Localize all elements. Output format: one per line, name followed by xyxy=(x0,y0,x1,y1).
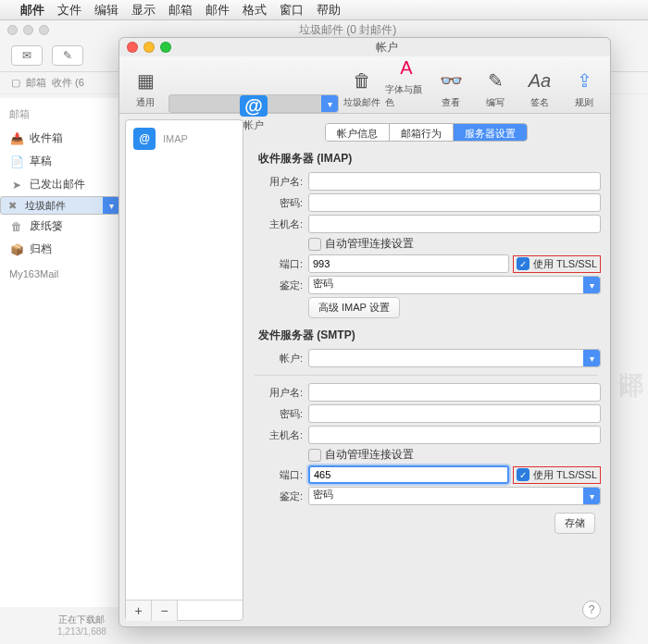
out-auth-select[interactable]: 密码 xyxy=(308,487,601,505)
minimize-icon[interactable] xyxy=(143,42,155,53)
out-user-label: 用户名: xyxy=(251,386,303,400)
compose-button[interactable]: ✎ xyxy=(52,45,83,66)
tab-label: 字体与颜色 xyxy=(385,83,428,109)
tab-rules[interactable]: ⇪规则 xyxy=(563,63,605,113)
outgoing-title: 发件服务器 (SMTP) xyxy=(258,328,601,343)
sidebar-item-trash[interactable]: 🗑废纸篓 xyxy=(0,215,120,238)
sidebar-account[interactable]: My163Mail xyxy=(0,261,120,281)
sidebar-item-junk[interactable]: ✖垃圾邮件 xyxy=(0,196,120,215)
traffic-lights xyxy=(127,42,171,53)
in-auth-label: 鉴定: xyxy=(251,279,303,292)
out-auto-label: 自动管理连接设置 xyxy=(325,447,414,463)
out-tls-label: 使用 TLS/SSL xyxy=(533,468,597,482)
menubar: 邮件 文件 编辑 显示 邮箱 邮件 格式 窗口 帮助 xyxy=(0,0,648,20)
tab-fonts[interactable]: A字体与颜色 xyxy=(385,50,428,113)
menu-message[interactable]: 邮件 xyxy=(206,2,230,19)
get-mail-button[interactable]: ✉ xyxy=(11,45,43,66)
mailbox-sidebar: 邮箱 📥收件箱 📄草稿 ➤已发出邮件 ✖垃圾邮件 🗑废纸篓 📦归档 My163M… xyxy=(0,98,120,607)
junk-tab-icon: 🗑 xyxy=(348,67,376,94)
menu-view[interactable]: 显示 xyxy=(131,2,156,19)
in-auto-checkbox[interactable] xyxy=(308,238,321,251)
add-account-button[interactable]: + xyxy=(126,601,152,621)
menu-help[interactable]: 帮助 xyxy=(317,2,341,19)
incoming-title: 收件服务器 (IMAP) xyxy=(258,151,601,167)
viewing-icon: 👓 xyxy=(437,67,465,94)
preferences-window: 帐户 ▦通用 @帐户 🗑垃圾邮件 A字体与颜色 👓查看 ✎编写 Aa签名 ⇪规则… xyxy=(118,37,611,627)
seg-server-settings[interactable]: 服务器设置 xyxy=(454,124,527,141)
tab-label: 规则 xyxy=(575,96,593,109)
out-acct-select[interactable] xyxy=(308,349,601,367)
zoom-icon[interactable] xyxy=(160,42,171,53)
sidebar-label: 草稿 xyxy=(30,154,52,169)
account-list: @ IMAP + − xyxy=(125,119,243,621)
sidebar-item-inbox[interactable]: 📥收件箱 xyxy=(0,127,120,150)
sidebar-label: 归档 xyxy=(30,242,52,257)
tab-label: 垃圾邮件 xyxy=(343,96,380,109)
advanced-imap-button[interactable]: 高级 IMAP 设置 xyxy=(308,297,400,318)
account-item-imap[interactable]: @ IMAP xyxy=(126,120,243,157)
tab-label: 编写 xyxy=(486,96,505,109)
crumb-inbox[interactable]: 邮箱 xyxy=(26,76,46,90)
sidebar-label: 垃圾邮件 xyxy=(25,199,66,213)
menu-window[interactable]: 窗口 xyxy=(280,2,304,19)
sidebar-item-drafts[interactable]: 📄草稿 xyxy=(0,150,120,173)
out-auth-label: 鉴定: xyxy=(251,489,303,503)
seg-account-info[interactable]: 帐户信息 xyxy=(326,124,390,141)
in-port-input[interactable] xyxy=(308,254,509,273)
tab-viewing[interactable]: 👓查看 xyxy=(430,63,472,113)
out-tls-highlight: 使用 TLS/SSL xyxy=(513,466,601,484)
in-pass-input[interactable] xyxy=(308,193,601,212)
in-user-label: 用户名: xyxy=(251,175,303,189)
close-icon[interactable] xyxy=(127,42,138,53)
out-port-input[interactable] xyxy=(308,465,509,484)
rules-icon: ⇪ xyxy=(570,67,598,94)
menu-mailbox[interactable]: 邮箱 xyxy=(168,2,193,19)
in-tls-highlight: 使用 TLS/SSL xyxy=(513,255,601,273)
out-auto-checkbox[interactable] xyxy=(308,449,321,462)
remove-account-button[interactable]: − xyxy=(152,601,178,621)
out-host-label: 主机名: xyxy=(251,428,303,442)
sidebar-item-archive[interactable]: 📦归档 xyxy=(0,238,120,261)
settings-panel: 帐户信息 邮箱行为 服务器设置 收件服务器 (IMAP) 用户名: 密码: 主机… xyxy=(249,114,610,626)
drafts-icon: 📄 xyxy=(9,155,24,168)
junk-icon: ✖ xyxy=(5,199,19,212)
save-button[interactable]: 存储 xyxy=(555,513,595,534)
pref-toolbar: ▦通用 @帐户 🗑垃圾邮件 A字体与颜色 👓查看 ✎编写 Aa签名 ⇪规则 xyxy=(119,56,610,114)
tab-label: 签名 xyxy=(530,96,549,109)
divider xyxy=(255,375,597,376)
tab-signatures[interactable]: Aa签名 xyxy=(518,63,561,113)
menu-format[interactable]: 格式 xyxy=(243,2,267,19)
in-user-input[interactable] xyxy=(308,172,601,191)
crumb-recv[interactable]: 收件 (6 xyxy=(52,76,84,90)
signature-icon: Aa xyxy=(526,67,554,94)
in-tls-checkbox[interactable] xyxy=(517,257,530,270)
seg-mailbox-behaviors[interactable]: 邮箱行为 xyxy=(390,124,454,141)
account-list-footer: + − xyxy=(126,600,243,620)
main-title: 垃圾邮件 (0 封邮件) xyxy=(55,22,641,38)
out-pass-input[interactable] xyxy=(308,404,601,423)
out-host-input[interactable] xyxy=(308,426,601,444)
tab-composing[interactable]: ✎编写 xyxy=(474,63,517,113)
tab-general[interactable]: ▦通用 xyxy=(124,63,167,113)
trash-icon: 🗑 xyxy=(9,220,24,233)
in-host-input[interactable] xyxy=(308,215,601,233)
sidebar-item-sent[interactable]: ➤已发出邮件 xyxy=(0,173,120,196)
tab-junk[interactable]: 🗑垃圾邮件 xyxy=(341,63,383,113)
menu-edit[interactable]: 编辑 xyxy=(94,2,118,19)
account-type: IMAP xyxy=(163,133,188,144)
out-user-input[interactable] xyxy=(308,383,601,402)
at-badge-icon: @ xyxy=(133,128,156,150)
out-tls-checkbox[interactable] xyxy=(517,468,530,481)
menu-file[interactable]: 文件 xyxy=(57,2,81,19)
help-button[interactable]: ? xyxy=(582,601,601,619)
in-auth-select[interactable]: 密码 xyxy=(308,276,601,294)
status-text: 正在下载邮 1,213/1,688 xyxy=(57,613,106,637)
sent-icon: ➤ xyxy=(9,179,24,192)
menu-app[interactable]: 邮件 xyxy=(20,2,44,19)
tab-accounts[interactable]: @帐户 xyxy=(168,94,339,113)
archive-icon: 📦 xyxy=(9,243,24,256)
traffic-lights-inactive[interactable] xyxy=(7,25,49,35)
general-icon: ▦ xyxy=(131,67,159,94)
main-titlebar: 垃圾邮件 (0 封邮件) xyxy=(0,20,648,39)
segment-control: 帐户信息 邮箱行为 服务器设置 xyxy=(251,123,601,142)
